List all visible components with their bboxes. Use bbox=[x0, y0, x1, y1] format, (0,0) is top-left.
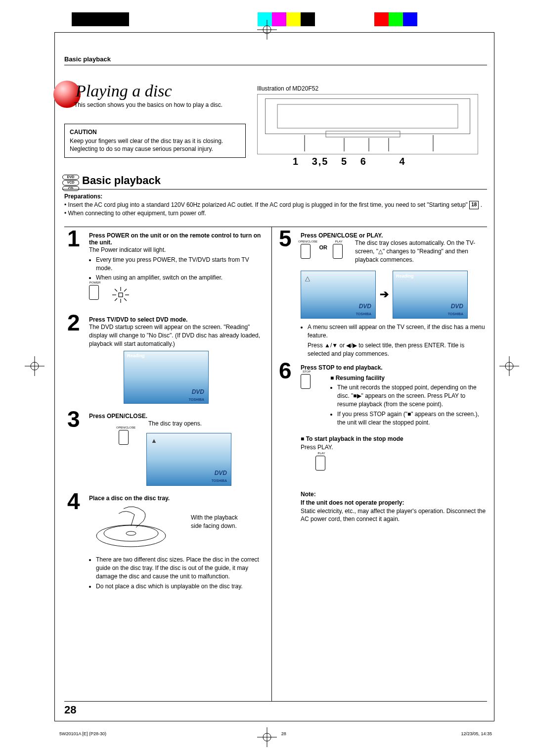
power-key-icon: POWER bbox=[89, 285, 99, 300]
left-column: 1 Press POWER on the unit or on the remo… bbox=[68, 229, 263, 595]
step-number-6: 6 bbox=[279, 359, 292, 382]
illustration-callouts: 1 3,5 5 6 4 bbox=[293, 156, 415, 167]
step-5: 5 Press OPEN/CLOSE or PLAY. OPEN/CLOSE O… bbox=[280, 229, 486, 361]
note-sub: If the unit does not operate properly: bbox=[301, 499, 486, 507]
svg-rect-13 bbox=[326, 131, 400, 137]
step-4-body: With the playback side facing down. Ther… bbox=[89, 504, 263, 590]
caution-head: CAUTION bbox=[70, 128, 240, 136]
registration-mark-bottom bbox=[257, 727, 277, 747]
step-4-side-text: With the playback side facing down. bbox=[191, 514, 250, 530]
note-head: Note: bbox=[301, 490, 486, 499]
callout-1: 1 bbox=[293, 156, 299, 167]
svg-line-27 bbox=[124, 289, 127, 291]
right-column: 5 Press OPEN/CLOSE or PLAY. OPEN/CLOSE O… bbox=[280, 229, 486, 526]
printer-color-bar bbox=[72, 12, 417, 26]
tv-screen-eject: ▲ DVD TOSHIBA bbox=[146, 433, 231, 486]
column-divider bbox=[271, 227, 272, 701]
step-4-title: Place a disc on the disc tray. bbox=[89, 495, 263, 502]
page-ref-icon: 18 bbox=[469, 201, 479, 209]
registration-mark-right bbox=[499, 356, 519, 376]
prep-item-1: Insert the AC cord plug into a standard … bbox=[68, 201, 470, 208]
svg-line-26 bbox=[115, 298, 117, 301]
callout-4: 4 bbox=[399, 156, 405, 167]
prep-item-2: When connecting to other equipment, turn… bbox=[68, 210, 206, 217]
open-close-key-icon: OPEN/CLOSE bbox=[301, 244, 311, 259]
play-key-icon: PLAY bbox=[333, 244, 343, 259]
step-number-5: 5 bbox=[279, 227, 292, 250]
chapter-title: Playing a disc bbox=[76, 82, 172, 100]
callout-35: 3,5 bbox=[312, 156, 329, 167]
svg-line-24 bbox=[115, 289, 117, 291]
page-number: 28 bbox=[64, 704, 76, 716]
badge-cd: CD bbox=[62, 186, 79, 191]
chapter-subtitle: This section shows you the basics on how… bbox=[74, 101, 222, 108]
step-3: 3 Press OPEN/CLOSE. The disc tray opens.… bbox=[68, 410, 263, 492]
step-3-title: Press OPEN/CLOSE. bbox=[89, 413, 263, 420]
svg-rect-12 bbox=[277, 104, 458, 128]
caution-body: Keep your fingers well clear of the disc… bbox=[70, 137, 240, 153]
step-1: 1 Press POWER on the unit or on the remo… bbox=[68, 229, 263, 313]
illustration-label: Illustration of MD20F52 bbox=[257, 85, 318, 92]
preparations-head: Preparations: bbox=[64, 193, 102, 200]
manual-page: Basic playback Playing a disc This secti… bbox=[0, 0, 534, 756]
disc-tray-illustration bbox=[89, 504, 183, 551]
step-6-body: STOP ■ Resuming facility The unit record… bbox=[301, 374, 486, 524]
tv-screen-after: Reading DVD TOSHIBA bbox=[393, 271, 468, 319]
svg-line-25 bbox=[124, 298, 127, 301]
stop-key-icon: STOP bbox=[301, 374, 311, 389]
registration-mark-left bbox=[25, 356, 44, 376]
open-close-key-icon: OPEN/CLOSE bbox=[119, 430, 129, 445]
osd-reading: Reading bbox=[127, 353, 145, 358]
caution-box: CAUTION Keep your fingers well clear of … bbox=[64, 124, 246, 158]
print-footer: 5W20101A [E] (P28-30) 28 12/23/05, 14:35 bbox=[59, 731, 492, 736]
step-4: 4 Place a disc on the disc tray. With th… bbox=[68, 492, 263, 595]
step-number-1: 1 bbox=[67, 227, 80, 250]
running-header: Basic playback bbox=[64, 55, 487, 65]
step-1-title: Press POWER on the unit or on the remote… bbox=[89, 232, 263, 246]
step-2: 2 Press TV/DVD to select DVD mode. The D… bbox=[68, 313, 263, 410]
brand-logo: TOSHIBA bbox=[212, 478, 227, 483]
step-5-body: OPEN/CLOSE OR PLAY The disc tray closes … bbox=[301, 239, 486, 358]
indicator-light-icon bbox=[103, 285, 138, 305]
preparations-list: • Insert the AC cord plug into a standar… bbox=[64, 201, 487, 218]
or-label: OR bbox=[319, 244, 327, 250]
badge-vcd: VCD bbox=[62, 180, 79, 185]
start-playback-head: ■ To start playback in the stop mode bbox=[301, 435, 486, 443]
step-1-body: The Power indicator will light. Every ti… bbox=[89, 246, 263, 307]
power-button-illustration: POWER bbox=[89, 285, 263, 307]
step-6-title: Press STOP to end playback. bbox=[301, 364, 486, 371]
steps-two-column: 1 Press POWER on the unit or on the remo… bbox=[64, 227, 487, 702]
step-5-title: Press OPEN/CLOSE or PLAY. bbox=[301, 232, 486, 239]
dvd-logo: DVD bbox=[215, 469, 227, 477]
callout-5: 5 bbox=[341, 156, 348, 167]
step-number-3: 3 bbox=[67, 408, 80, 430]
eject-icon: ▲ bbox=[151, 436, 157, 445]
running-header-text: Basic playback bbox=[64, 55, 111, 63]
arrow-right-icon: ➔ bbox=[380, 287, 389, 302]
osd-reading: Reading bbox=[396, 273, 414, 280]
step-3-body: The disc tray opens. OPEN/CLOSE ▲ DVD TO… bbox=[89, 420, 263, 489]
play-key-icon: PLAY bbox=[315, 456, 325, 471]
device-illustration bbox=[257, 94, 478, 154]
footer-timestamp: 12/23/05, 14:35 bbox=[461, 731, 492, 736]
tv-screen-before: △ DVD TOSHIBA bbox=[301, 271, 376, 319]
step-2-title: Press TV/DVD to select DVD mode. bbox=[89, 316, 263, 323]
step-2-body: The DVD startup screen will appear on th… bbox=[89, 323, 263, 348]
note-body: Static electricity, etc., may affect the… bbox=[301, 507, 486, 524]
footer-doc-id: 5W20101A [E] (P28-30) bbox=[59, 731, 106, 736]
tv-screen-reading: Reading DVD TOSHIBA bbox=[124, 351, 209, 404]
svg-point-30 bbox=[104, 525, 158, 541]
callout-6: 6 bbox=[360, 156, 367, 167]
resuming-facility-head: ■ Resuming facility bbox=[330, 374, 486, 382]
step-number-2: 2 bbox=[67, 311, 80, 334]
start-playback-body: Press PLAY. bbox=[301, 443, 486, 452]
brand-logo: TOSHIBA bbox=[189, 398, 204, 401]
osd-eject-icon: △ bbox=[305, 274, 310, 283]
footer-page: 28 bbox=[281, 731, 286, 736]
section-rule bbox=[62, 189, 487, 189]
step-number-4: 4 bbox=[67, 490, 80, 513]
step-6: 6 Press STOP to end playback. STOP ■ Res… bbox=[280, 361, 486, 527]
svg-rect-28 bbox=[119, 293, 123, 297]
badge-dvd: DVD bbox=[62, 175, 79, 180]
dvd-logo: DVD bbox=[192, 388, 204, 395]
